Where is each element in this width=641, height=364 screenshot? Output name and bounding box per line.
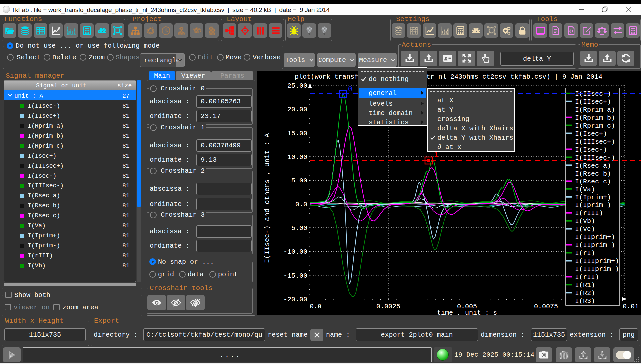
svg-text:0.01: 0.01 [623, 303, 639, 310]
svg-text:0.0025: 0.0025 [376, 303, 400, 310]
svg-text:I(IIprim-): I(IIprim-) [575, 241, 615, 249]
svg-text:-20.00: -20.00 [283, 296, 307, 303]
svg-text:I(rII): I(rII) [575, 273, 599, 281]
svg-text:15.00: 15.00 [287, 130, 307, 137]
svg-text:I(Rprim_a): I(Rprim_a) [575, 106, 615, 114]
svg-text:I(Isec+): I(Isec+) [575, 130, 607, 138]
svg-text:plot(work_transfo_decalage_pha: plot(work_transfo_decalage_phase_tr_nl_2… [295, 73, 602, 81]
svg-text:I(IIsec-) and others , unit :: I(IIsec-) and others , unit : A [263, 133, 271, 263]
svg-text:I(R3): I(R3) [575, 297, 595, 305]
svg-text:I(rI): I(rI) [575, 249, 595, 257]
svg-text:25.00: 25.00 [287, 82, 307, 90]
svg-text:I(IIprim+): I(IIprim+) [575, 233, 615, 241]
svg-text:-5.00: -5.00 [287, 224, 307, 232]
svg-text:I(Rsec_a): I(Rsec_a) [575, 162, 611, 170]
svg-text:0.0075: 0.0075 [534, 303, 558, 310]
svg-text:I(IIsec+): I(IIsec+) [575, 98, 611, 106]
svg-text:5.00: 5.00 [291, 177, 307, 184]
svg-text:I(IIIprim+): I(IIIprim+) [575, 257, 619, 265]
svg-text:0.0: 0.0 [295, 201, 307, 208]
svg-text:I(Rsec_c): I(Rsec_c) [575, 178, 611, 185]
svg-text:I(Vb): I(Vb) [575, 217, 595, 225]
svg-text:time , unit : s: time , unit : s [437, 309, 497, 315]
svg-text:I(Rsec_b): I(Rsec_b) [575, 170, 611, 178]
svg-text:I(IIIsec+): I(IIIsec+) [575, 138, 615, 146]
svg-text:10.00: 10.00 [287, 153, 307, 161]
svg-text:I(Rprim_c): I(Rprim_c) [575, 122, 615, 130]
svg-text:I(R2): I(R2) [575, 289, 595, 297]
svg-text:I(Iprim-): I(Iprim-) [575, 201, 611, 209]
svg-text:I(IIIprim-): I(IIIprim-) [575, 265, 619, 273]
svg-text:I(rIII): I(rIII) [575, 209, 603, 217]
svg-text:-15.00: -15.00 [283, 272, 307, 280]
svg-text:I(Vc): I(Vc) [575, 225, 595, 233]
svg-text:I(Isec-): I(Isec-) [575, 146, 607, 154]
svg-text:20.00: 20.00 [287, 106, 307, 113]
svg-text:0.0: 0.0 [310, 303, 321, 310]
svg-text:-10.00: -10.00 [283, 248, 307, 256]
svg-text:0: 0 [348, 85, 352, 94]
svg-text:I(Va): I(Va) [575, 186, 595, 193]
svg-text:I(Rprim_b): I(Rprim_b) [575, 114, 615, 122]
svg-text:I(R1): I(R1) [575, 281, 595, 289]
svg-text:I(Iprim+): I(Iprim+) [575, 194, 611, 201]
